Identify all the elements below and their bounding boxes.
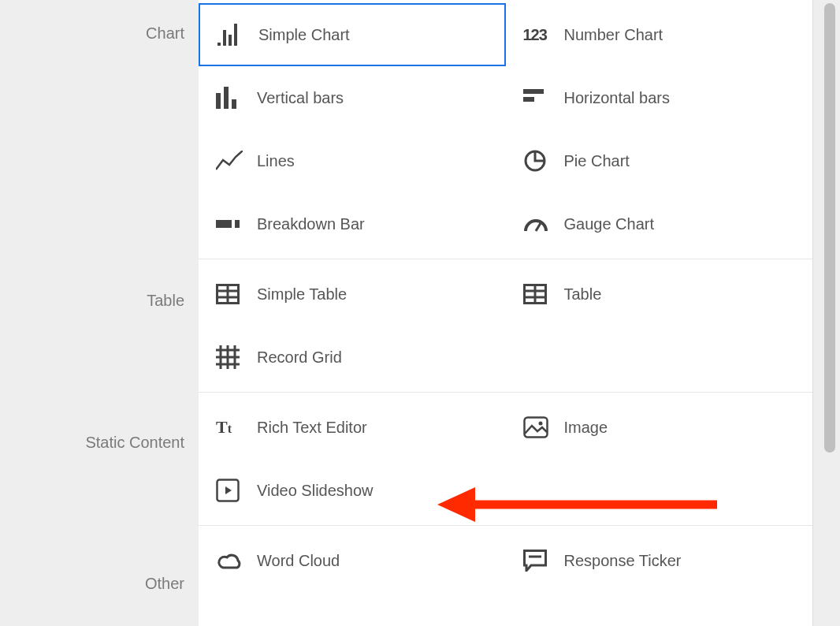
option-rich-text-editor[interactable]: Tt Rich Text Editor [199, 396, 506, 459]
option-label: Breakdown Bar [257, 215, 365, 233]
section-table: Simple Table Table [199, 259, 812, 393]
simple-table-icon [216, 284, 257, 304]
option-breakdown-bar[interactable]: Breakdown Bar [199, 192, 506, 255]
option-label: Pie Chart [564, 152, 630, 170]
svg-rect-8 [523, 97, 534, 102]
option-label: Record Grid [257, 348, 342, 367]
svg-line-12 [536, 223, 541, 231]
option-label: Simple Table [257, 285, 347, 304]
svg-rect-1 [223, 30, 226, 46]
option-label: Vertical bars [257, 89, 344, 107]
option-label: Video Slideshow [257, 482, 374, 500]
bar-chart-icon [217, 24, 258, 46]
line-chart-icon [216, 151, 257, 171]
svg-rect-0 [217, 43, 221, 46]
option-image[interactable]: Image [506, 396, 813, 459]
section-static-content: Tt Rich Text Editor Image [199, 393, 812, 526]
svg-rect-7 [523, 89, 544, 94]
number-123-icon: 123 [523, 26, 564, 44]
option-label: Gauge Chart [564, 215, 655, 233]
svg-rect-11 [235, 220, 240, 228]
option-label: Response Ticker [564, 552, 682, 570]
svg-rect-2 [229, 35, 232, 46]
category-label-table: Table [147, 292, 184, 310]
option-label: Horizontal bars [564, 89, 671, 107]
scrollbar-thumb[interactable] [824, 3, 835, 453]
option-number-chart[interactable]: 123 Number Chart [506, 3, 813, 66]
options-panel[interactable]: Simple Chart 123 Number Chart Vertical [199, 0, 813, 626]
grid-icon [216, 345, 257, 369]
breakdown-bar-icon [216, 220, 257, 228]
category-label-other: Other [145, 575, 184, 593]
category-label-static: Static Content [85, 434, 184, 452]
option-simple-table[interactable]: Simple Table [199, 263, 506, 326]
option-lines[interactable]: Lines [199, 129, 506, 192]
svg-marker-30 [225, 486, 232, 494]
option-label: Word Cloud [257, 552, 340, 570]
option-record-grid[interactable]: Record Grid [199, 326, 506, 389]
option-word-cloud[interactable]: Word Cloud [199, 529, 506, 592]
text-tt-icon: Tt [216, 417, 257, 438]
option-label: Table [564, 285, 602, 304]
cloud-icon [216, 551, 257, 570]
option-label: Image [564, 419, 608, 437]
option-gauge-chart[interactable]: Gauge Chart [506, 192, 813, 255]
svg-rect-27 [524, 418, 547, 438]
play-video-icon [216, 479, 257, 502]
section-chart: Simple Chart 123 Number Chart Vertical [199, 0, 812, 259]
option-pie-chart[interactable]: Pie Chart [506, 129, 813, 192]
image-icon [523, 416, 564, 438]
svg-rect-5 [224, 87, 229, 109]
svg-rect-3 [234, 24, 237, 46]
chat-ticker-icon [523, 550, 564, 572]
gauge-icon [523, 215, 564, 233]
category-label-chart: Chart [146, 24, 184, 43]
option-label: Rich Text Editor [257, 419, 367, 437]
pie-chart-icon [523, 149, 564, 173]
option-vertical-bars[interactable]: Vertical bars [199, 66, 506, 129]
option-simple-chart[interactable]: Simple Chart [199, 3, 506, 66]
option-table[interactable]: Table [506, 263, 813, 326]
vertical-bars-icon [216, 87, 257, 109]
option-label: Lines [257, 152, 295, 170]
category-sidebar: Chart Table Static Content Other [0, 0, 199, 626]
svg-rect-10 [216, 220, 232, 228]
svg-rect-4 [216, 93, 221, 109]
option-response-ticker[interactable]: Response Ticker [506, 529, 813, 592]
option-label: Simple Chart [258, 26, 350, 44]
option-label: Number Chart [564, 26, 663, 44]
option-horizontal-bars[interactable]: Horizontal bars [506, 66, 813, 129]
option-video-slideshow[interactable]: Video Slideshow [199, 459, 506, 522]
svg-rect-6 [232, 99, 236, 109]
section-other: Word Cloud Response Ticker [199, 526, 812, 595]
svg-point-28 [538, 422, 542, 426]
horizontal-bars-icon [523, 89, 564, 106]
table-icon [523, 284, 564, 304]
